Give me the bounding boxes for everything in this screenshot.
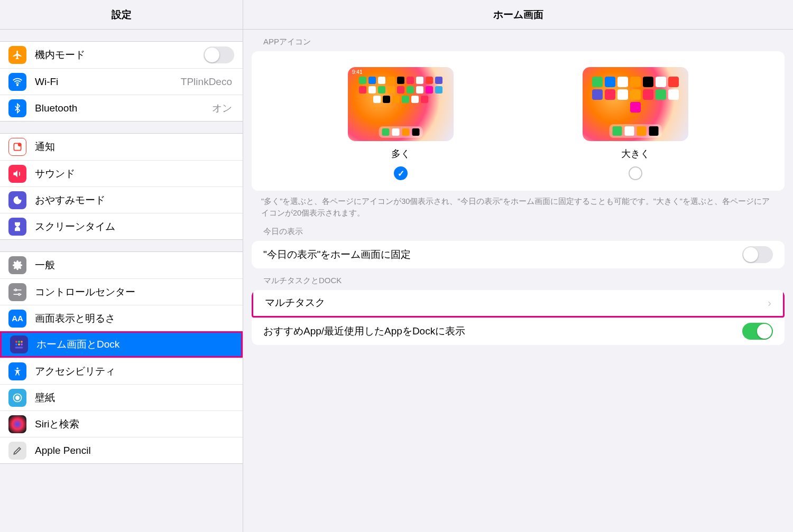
row-dock-suggest[interactable]: おすすめApp/最近使用したAppをDockに表示	[252, 318, 785, 345]
sounds-icon	[8, 165, 26, 183]
sidebar-group-general: 一般 コントロールセンター AA 画面表示と明るさ ホーム画面とDock	[0, 251, 243, 464]
screentime-icon	[8, 218, 26, 236]
appicon-footer-text: "多く"を選ぶと、各ページにアイコンが30個表示され、"今日の表示"をホーム画面…	[243, 191, 793, 219]
sidebar-item-siri[interactable]: Siriと検索	[0, 410, 243, 437]
sidebar-item-label: 機内モード	[35, 48, 204, 62]
sidebar-item-accessibility[interactable]: アクセシビリティ	[0, 358, 243, 384]
svg-rect-12	[21, 341, 22, 342]
chevron-right-icon: ›	[768, 297, 771, 309]
dock-suggest-switch[interactable]	[742, 323, 773, 340]
settings-sidebar: 設定 機内モード Wi-Fi TPlinkDeco	[0, 0, 243, 532]
bluetooth-icon	[8, 99, 26, 117]
svg-point-0	[17, 84, 19, 86]
sidebar-item-label: Siriと検索	[35, 417, 234, 431]
row-label: おすすめApp/最近使用したAppをDockに表示	[263, 324, 742, 338]
sidebar-item-display[interactable]: AA 画面表示と明るさ	[0, 305, 243, 331]
wifi-icon	[8, 73, 26, 91]
airplane-switch[interactable]	[204, 46, 234, 63]
airplane-icon	[8, 46, 26, 64]
settings-app: 設定 機内モード Wi-Fi TPlinkDeco	[0, 0, 793, 532]
svg-rect-10	[15, 341, 17, 342]
svg-point-4	[15, 289, 16, 291]
wallpaper-icon	[8, 389, 26, 407]
sidebar-item-label: Apple Pencil	[35, 445, 234, 456]
appicon-option-bigger[interactable]: 大きく	[567, 67, 704, 180]
section-header-appicon: APPアイコン	[243, 30, 793, 51]
appicon-option-more[interactable]: 9:41 多く	[332, 67, 469, 180]
sidebar-item-label: 通知	[35, 140, 234, 154]
sidebar-item-sounds[interactable]: サウンド	[0, 160, 243, 186]
sidebar-item-label: 一般	[35, 258, 234, 272]
sidebar-item-bluetooth[interactable]: Bluetooth オン	[0, 95, 243, 121]
homescreen-icon	[10, 335, 28, 353]
appicon-group: 9:41 多く	[252, 51, 785, 191]
sidebar-item-label: Wi-Fi	[35, 76, 181, 88]
sidebar-item-screentime[interactable]: スクリーンタイム	[0, 213, 243, 239]
sidebar-item-label: おやすみモード	[35, 193, 234, 207]
bluetooth-value: オン	[212, 101, 232, 115]
row-today-pin[interactable]: "今日の表示"をホーム画面に固定	[252, 241, 785, 268]
controlcenter-icon	[8, 283, 26, 301]
sidebar-item-label: アクセシビリティ	[35, 365, 234, 378]
sidebar-item-controlcenter[interactable]: コントロールセンター	[0, 278, 243, 305]
section-header-today: 今日の表示	[243, 219, 793, 241]
content-pane: ホーム画面 APPアイコン 9:41 多く	[243, 0, 793, 532]
pencil-icon	[8, 442, 26, 460]
wifi-value: TPlinkDeco	[181, 76, 232, 88]
svg-point-19	[16, 396, 20, 399]
sidebar-item-label: 画面表示と明るさ	[35, 312, 234, 325]
appicon-preview-bigger	[583, 67, 688, 141]
sidebar-group-connectivity: 機内モード Wi-Fi TPlinkDeco Bluetooth オン	[0, 41, 243, 122]
multitask-group: マルチタスク › おすすめApp/最近使用したAppをDockに表示	[252, 290, 785, 345]
section-header-multitask: マルチタスクとDOCK	[243, 268, 793, 290]
display-icon: AA	[8, 310, 26, 328]
sidebar-item-pencil[interactable]: Apple Pencil	[0, 437, 243, 463]
notifications-icon	[8, 138, 26, 156]
content-title: ホーム画面	[243, 0, 793, 30]
sidebar-item-general[interactable]: 一般	[0, 252, 243, 278]
appicon-radio-more[interactable]	[394, 166, 408, 180]
sidebar-item-airplane[interactable]: 機内モード	[0, 42, 243, 68]
sidebar-title: 設定	[0, 0, 243, 30]
today-group: "今日の表示"をホーム画面に固定	[252, 241, 785, 268]
sidebar-item-notifications[interactable]: 通知	[0, 134, 243, 160]
svg-point-7	[19, 293, 20, 295]
preview-time: 9:41	[352, 69, 362, 75]
svg-rect-14	[18, 343, 20, 345]
row-label: マルチタスク	[265, 296, 768, 310]
svg-rect-11	[18, 341, 20, 342]
appicon-preview-more: 9:41	[348, 67, 454, 141]
appicon-option-label: 多く	[391, 147, 410, 160]
svg-rect-15	[21, 343, 22, 345]
sidebar-item-label: サウンド	[35, 167, 234, 181]
gear-icon	[8, 256, 26, 274]
sidebar-item-dnd[interactable]: おやすみモード	[0, 186, 243, 213]
accessibility-icon	[8, 362, 26, 380]
row-multitask[interactable]: マルチタスク ›	[252, 290, 785, 318]
sidebar-item-label: コントロールセンター	[35, 285, 234, 299]
svg-point-2	[19, 143, 21, 146]
sidebar-item-label: スクリーンタイム	[35, 220, 234, 234]
sidebar-item-wifi[interactable]: Wi-Fi TPlinkDeco	[0, 68, 243, 95]
row-label: "今日の表示"をホーム画面に固定	[263, 248, 742, 262]
svg-point-17	[16, 367, 18, 369]
sidebar-item-label: ホーム画面とDock	[36, 338, 233, 351]
sidebar-item-label: 壁紙	[35, 391, 234, 405]
sidebar-item-home-dock[interactable]: ホーム画面とDock	[0, 331, 243, 358]
sidebar-group-notifications: 通知 サウンド おやすみモード スクリーンタイム	[0, 133, 243, 240]
appicon-radio-bigger[interactable]	[629, 166, 642, 180]
siri-icon	[8, 415, 26, 433]
sidebar-item-label: Bluetooth	[35, 102, 212, 114]
today-pin-switch[interactable]	[742, 246, 773, 263]
svg-rect-13	[15, 343, 17, 345]
svg-rect-16	[15, 347, 23, 348]
appicon-option-label: 大きく	[621, 147, 650, 160]
sidebar-item-wallpaper[interactable]: 壁紙	[0, 384, 243, 410]
dnd-icon	[8, 191, 26, 209]
